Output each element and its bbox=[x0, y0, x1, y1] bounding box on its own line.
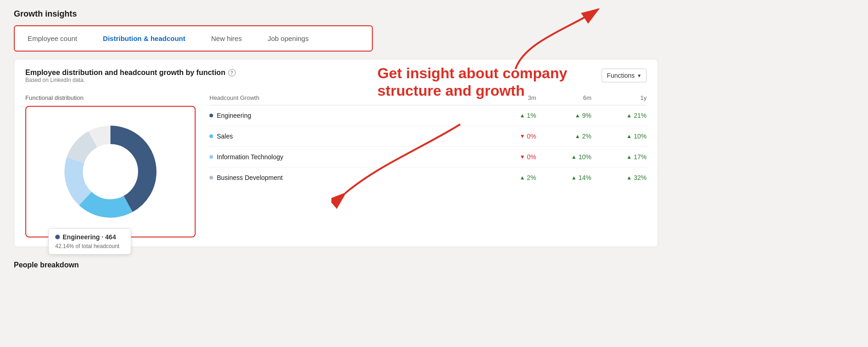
card-title-group: Employee distribution and headcount grow… bbox=[25, 69, 236, 92]
row-label: Sales bbox=[209, 133, 481, 140]
functions-button[interactable]: Functions ▼ bbox=[602, 69, 647, 82]
cell-1y: ▲ 10% bbox=[591, 133, 647, 140]
tooltip: Engineering · 464 42.14% of total headco… bbox=[48, 228, 131, 254]
col-function: Headcount Growth bbox=[209, 94, 481, 101]
row-dot bbox=[209, 155, 213, 159]
section-title: Growth insights bbox=[14, 9, 854, 19]
row-label: Information Technology bbox=[209, 153, 481, 161]
main-card: Employee distribution and headcount grow… bbox=[14, 59, 658, 247]
row-dot bbox=[209, 134, 213, 138]
col-6m: 6m bbox=[536, 94, 591, 101]
cell-1y: ▲ 21% bbox=[591, 112, 647, 119]
arrow-down-icon: ▼ bbox=[520, 133, 525, 139]
table-section: Headcount Growth 3m 6m 1y Engineering ▲ … bbox=[209, 94, 647, 188]
tooltip-title: Engineering · 464 bbox=[55, 233, 124, 241]
arrow-up-icon: ▲ bbox=[626, 154, 632, 160]
chart-section: Functional distribution bbox=[25, 94, 196, 237]
table-row: Engineering ▲ 1% ▲ 9% ▲ 21% bbox=[209, 105, 647, 126]
arrow-up-icon: ▲ bbox=[626, 133, 632, 139]
table-header: Headcount Growth 3m 6m 1y bbox=[209, 94, 647, 105]
donut-svg bbox=[53, 114, 168, 229]
chevron-down-icon: ▼ bbox=[637, 73, 642, 78]
tab-job-openings[interactable]: Job openings bbox=[255, 26, 321, 51]
chart-label: Functional distribution bbox=[25, 94, 196, 101]
bottom-section-title: People breakdown bbox=[14, 261, 854, 269]
card-subtitle: Based on LinkedIn data. bbox=[25, 77, 236, 83]
row-label: Business Development bbox=[209, 174, 481, 181]
cell-6m: ▲ 10% bbox=[536, 153, 591, 161]
cell-3m: ▼ 0% bbox=[481, 153, 536, 161]
table-row: Information Technology ▼ 0% ▲ 10% ▲ 17% bbox=[209, 147, 647, 168]
row-dot bbox=[209, 176, 213, 179]
page-wrapper: Growth insights Employee count Distribut… bbox=[0, 0, 868, 347]
tab-bar: Employee count Distribution & headcount … bbox=[14, 25, 373, 52]
card-header: Employee distribution and headcount grow… bbox=[25, 69, 647, 92]
cell-6m: ▲ 9% bbox=[536, 112, 591, 119]
arrow-up-icon: ▲ bbox=[571, 154, 577, 160]
cell-3m: ▼ 0% bbox=[481, 133, 536, 140]
info-icon[interactable]: ? bbox=[228, 69, 236, 76]
table-row: Business Development ▲ 2% ▲ 14% ▲ 32% bbox=[209, 168, 647, 188]
arrow-up-icon: ▲ bbox=[520, 112, 525, 119]
arrow-down-icon: ▼ bbox=[520, 154, 525, 160]
row-dot bbox=[209, 114, 213, 117]
arrow-up-icon: ▲ bbox=[575, 112, 580, 119]
arrow-up-icon: ▲ bbox=[626, 112, 632, 119]
cell-3m: ▲ 1% bbox=[481, 112, 536, 119]
arrow-up-icon: ▲ bbox=[575, 133, 580, 139]
arrow-up-icon: ▲ bbox=[571, 174, 577, 181]
col-1y: 1y bbox=[591, 94, 647, 101]
cell-3m: ▲ 2% bbox=[481, 174, 536, 181]
arrow-up-icon: ▲ bbox=[626, 174, 632, 181]
cell-6m: ▲ 14% bbox=[536, 174, 591, 181]
tab-employee-count[interactable]: Employee count bbox=[15, 26, 90, 51]
content-area: Functional distribution bbox=[25, 94, 647, 237]
tooltip-percent: 42.14% of total headcount bbox=[55, 243, 124, 249]
row-label: Engineering bbox=[209, 112, 481, 119]
cell-1y: ▲ 32% bbox=[591, 174, 647, 181]
chart-outline: Engineering · 464 42.14% of total headco… bbox=[25, 106, 196, 237]
col-3m: 3m bbox=[481, 94, 536, 101]
table-row: Sales ▼ 0% ▲ 2% ▲ 10% bbox=[209, 126, 647, 147]
arrow-up-icon: ▲ bbox=[520, 174, 525, 181]
donut-chart: Engineering · 464 42.14% of total headco… bbox=[53, 114, 168, 229]
tab-distribution-headcount[interactable]: Distribution & headcount bbox=[90, 26, 198, 51]
tab-new-hires[interactable]: New hires bbox=[198, 26, 255, 51]
tooltip-dot bbox=[55, 235, 60, 239]
cell-6m: ▲ 2% bbox=[536, 133, 591, 140]
tooltip-name: Engineering · 464 bbox=[63, 233, 116, 241]
cell-1y: ▲ 17% bbox=[591, 153, 647, 161]
card-title: Employee distribution and headcount grow… bbox=[25, 69, 236, 77]
